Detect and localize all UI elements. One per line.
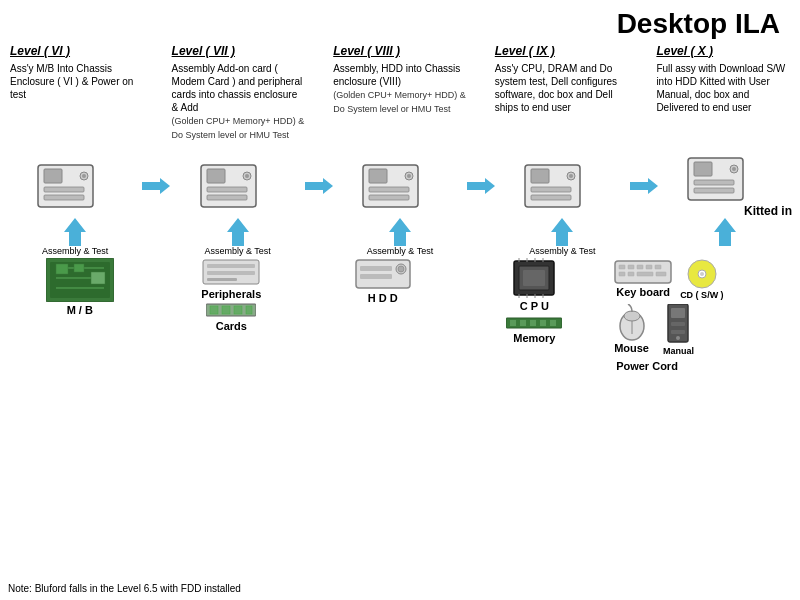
svg-rect-74 (520, 320, 526, 326)
svg-point-60 (398, 266, 404, 272)
computer-5: Kitted in (658, 154, 792, 218)
hdd-label: H D D (368, 292, 398, 304)
right-arrow-2 (305, 174, 333, 198)
svg-rect-95 (671, 308, 685, 318)
svg-rect-57 (360, 266, 392, 271)
level-vii-col: Level ( VII ) Assembly Add-on card ( Mod… (170, 44, 308, 152)
svg-rect-29 (694, 162, 712, 176)
svg-rect-3 (44, 195, 84, 200)
svg-marker-6 (142, 178, 170, 194)
svg-rect-63 (523, 270, 545, 286)
svg-rect-84 (619, 272, 625, 276)
manual-label: Manual (663, 346, 694, 356)
page-title: Desktop ILA (0, 0, 800, 44)
components-row: M / B Peripherals Cards H D D (0, 256, 800, 372)
svg-rect-50 (207, 278, 237, 281)
level-ix-desc: Ass'y CPU, DRAM and Do system test, Dell… (495, 62, 629, 152)
svg-point-26 (569, 174, 573, 178)
svg-rect-58 (360, 274, 392, 279)
svg-rect-73 (510, 320, 516, 326)
svg-rect-86 (637, 272, 653, 276)
assembly-row: Assembly & Test Assembly & Test Assembly… (0, 218, 800, 256)
spacer-1 (142, 218, 170, 256)
svg-marker-20 (467, 178, 495, 194)
svg-rect-96 (671, 322, 685, 326)
svg-point-19 (407, 174, 411, 178)
assembly-label-1: Assembly & Test (42, 246, 108, 256)
powercord-label: Power Cord (614, 360, 678, 372)
assembly-2: Assembly & Test (170, 218, 304, 256)
kitted-in-label: Kitted in (658, 204, 792, 218)
manual-group: Manual (663, 304, 694, 356)
assembly-label-2: Assembly & Test (204, 246, 270, 256)
assembly-label-4: Assembly & Test (529, 246, 595, 256)
mb-label: M / B (67, 304, 93, 316)
svg-rect-97 (671, 330, 685, 334)
svg-rect-15 (369, 169, 387, 183)
svg-marker-34 (64, 218, 86, 246)
svg-point-5 (82, 174, 86, 178)
svg-rect-8 (207, 169, 225, 183)
svg-rect-1 (44, 169, 62, 183)
svg-rect-55 (246, 306, 252, 314)
cards-label: Cards (216, 320, 247, 332)
svg-marker-13 (305, 178, 333, 194)
level-x-col: Level ( X ) Full assy with Download S/W … (654, 44, 792, 152)
svg-rect-24 (531, 195, 571, 200)
svg-rect-9 (207, 187, 247, 192)
level-viii-desc: Assembly, HDD into Chassis enclosure (VI… (333, 62, 467, 152)
svg-point-12 (245, 174, 249, 178)
level-vi-col: Level ( VI ) Ass'y M/B Into Chassis Encl… (8, 44, 146, 152)
svg-rect-44 (56, 264, 68, 274)
level-vi-desc: Ass'y M/B Into Chassis Enclosure ( VI ) … (10, 62, 144, 152)
computer-2 (170, 161, 304, 211)
assembly-3: Assembly & Test (333, 218, 467, 256)
svg-rect-87 (656, 272, 666, 276)
assembly-1: Assembly & Test (8, 218, 142, 256)
computers-row: Kitted in (0, 152, 800, 218)
computer-1 (8, 161, 142, 211)
right-arrow-3 (467, 174, 495, 198)
cpu-label: C P U (520, 300, 549, 312)
component-hdd: H D D (307, 258, 459, 304)
svg-marker-37 (551, 218, 573, 246)
cd-group: CD ( S/W ) (680, 258, 724, 300)
svg-marker-36 (389, 218, 411, 246)
keyboard-label: Key board (616, 286, 670, 298)
svg-marker-35 (227, 218, 249, 246)
svg-rect-76 (540, 320, 546, 326)
svg-rect-48 (207, 264, 255, 268)
svg-rect-49 (207, 271, 255, 275)
svg-rect-79 (619, 265, 625, 269)
svg-rect-80 (628, 265, 634, 269)
keyboard-group: Key board (614, 258, 672, 298)
svg-rect-81 (637, 265, 643, 269)
svg-rect-53 (222, 306, 230, 314)
spacer-2 (305, 218, 333, 256)
level-x-heading: Level ( X ) (656, 44, 713, 58)
note-bar: Note: Bluford falls in the Level 6.5 wit… (8, 583, 241, 594)
spacer-3 (467, 218, 495, 256)
svg-marker-38 (714, 218, 736, 246)
svg-rect-54 (234, 306, 242, 314)
level-vii-heading: Level ( VII ) (172, 44, 235, 58)
arrow-4 (630, 44, 654, 152)
component-mb: M / B (4, 258, 156, 316)
svg-rect-30 (694, 180, 734, 185)
svg-rect-77 (550, 320, 556, 326)
levels-container: Level ( VI ) Ass'y M/B Into Chassis Encl… (0, 44, 800, 152)
svg-point-98 (676, 336, 680, 340)
level-ix-col: Level ( IX ) Ass'y CPU, DRAM and Do syst… (493, 44, 631, 152)
svg-rect-83 (655, 265, 661, 269)
spacer-4 (630, 218, 658, 256)
level-vi-heading: Level ( VI ) (10, 44, 70, 58)
right-arrow-1 (142, 174, 170, 198)
component-io: Key board CD ( S/W ) (610, 258, 796, 372)
mouse-label: Mouse (614, 342, 649, 354)
svg-rect-31 (694, 188, 734, 193)
assembly-label-3: Assembly & Test (367, 246, 433, 256)
computer-4 (495, 161, 629, 211)
svg-rect-17 (369, 195, 409, 200)
svg-point-90 (700, 272, 704, 276)
mouse-group: Mouse (614, 304, 649, 354)
